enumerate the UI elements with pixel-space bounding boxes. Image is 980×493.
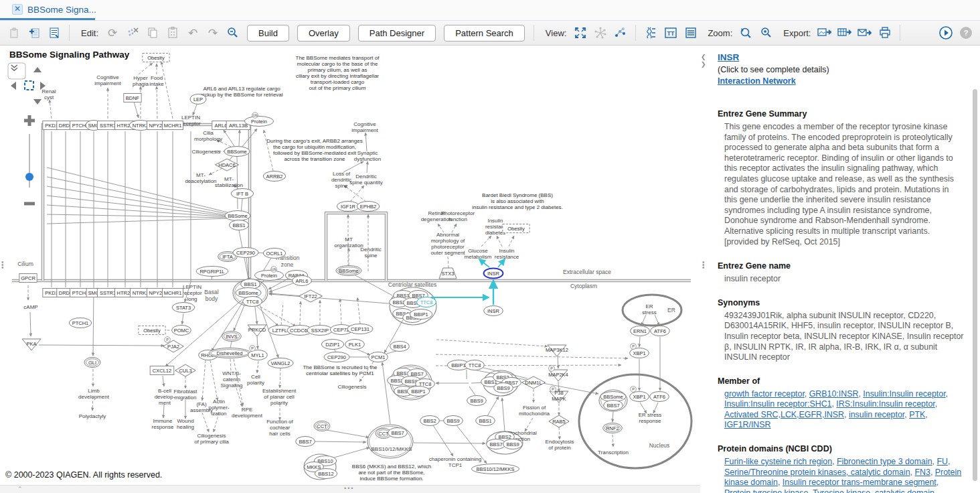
export-table-icon[interactable]	[836, 25, 853, 41]
delete-selection-icon[interactable]	[124, 25, 141, 41]
mchr1[interactable]: MCHR1	[163, 121, 183, 130]
badge-p[interactable]: P	[250, 346, 256, 352]
pathway-canvas[interactable]: CiliumExtracellular spaceCytoplasmCentri…	[0, 46, 700, 493]
pka[interactable]: PKA	[22, 339, 41, 350]
obesity[interactable]: Obesity	[139, 326, 165, 335]
link-fu[interactable]: FU	[937, 457, 949, 466]
gpcr[interactable]: GPCR	[19, 274, 37, 283]
panel-collapse-icon[interactable]: ❮❯	[701, 54, 706, 68]
gene-name-link[interactable]: INSR	[718, 52, 739, 62]
ttc8[interactable]: TTC8	[417, 297, 436, 307]
ift-b[interactable]: IFT B	[231, 189, 254, 199]
bbs12[interactable]: BBS12	[315, 469, 337, 479]
redo-icon[interactable]: ↷	[204, 25, 222, 41]
bbs10-12-mkks[interactable]: BBS10/12/MKKS	[471, 464, 519, 474]
cep290[interactable]: CEP290	[324, 352, 349, 362]
link-grb10-insr[interactable]: GRB10:INSR	[809, 389, 859, 399]
cep290[interactable]: CEP290	[233, 248, 258, 258]
report-list-icon[interactable]	[46, 25, 63, 41]
link-insulin-insulin-receptor[interactable]: Insulin:Insulin receptor	[863, 389, 945, 399]
dishevelled[interactable]: Dishevelled	[209, 348, 250, 358]
export-email-icon[interactable]	[856, 25, 874, 41]
fit-view-icon[interactable]	[572, 25, 589, 41]
link-fibronectin-type-3-domain[interactable]: Fibronectin type 3 domain	[837, 457, 932, 466]
bbs7[interactable]: BBS7	[296, 437, 315, 447]
tab-bbsome-pathway[interactable]: ✕ BBSome Signa...	[5, 3, 103, 16]
rpgrip1l[interactable]: RPGRIP1L	[196, 267, 228, 277]
arl6[interactable]: ARL6	[293, 276, 312, 286]
pan-down-button[interactable]	[33, 99, 42, 104]
xbp1[interactable]: XBP1	[630, 348, 649, 358]
horizontal-scrollbar[interactable]: ⌃ •••	[0, 485, 700, 493]
badge-p[interactable]: P	[631, 386, 637, 393]
bbsome[interactable]: BBSome	[336, 266, 361, 276]
zoom-in-button[interactable]	[24, 115, 35, 126]
paste-icon[interactable]	[164, 25, 181, 41]
link-serine-threonine-protein-kinases-catalytic-domain[interactable]: Serine/Threonine protein kinases, cataly…	[724, 468, 910, 477]
cct[interactable]: CCT	[314, 421, 330, 431]
link-igf1r-insr[interactable]: IGF1R/INSR	[724, 420, 771, 429]
bbs9[interactable]: BBS9	[467, 396, 487, 406]
link-furin-like-cysteine-rich-region[interactable]: Furin-like cysteine rich region	[724, 457, 832, 466]
prkcd[interactable]: PRKCD	[248, 325, 266, 336]
protein[interactable]: Protein	[245, 117, 274, 127]
cul3[interactable]: CUL3	[175, 364, 195, 376]
text-labels-icon[interactable]: TT	[662, 25, 679, 41]
dnm1l[interactable]: DNM1L	[522, 376, 546, 389]
refresh-icon[interactable]: ⟳	[104, 25, 121, 41]
badge-ub[interactable]: Ub	[252, 113, 258, 119]
rnf2[interactable]: RNF2	[603, 423, 623, 433]
cxcl12[interactable]: CXCL12	[150, 366, 174, 375]
zoom-out-icon[interactable]	[224, 25, 242, 41]
badge-p[interactable]: P	[165, 337, 171, 343]
pan-right-button[interactable]	[40, 82, 46, 90]
ptch1[interactable]: PTCH1	[69, 318, 92, 328]
map3k12[interactable]: MAP3K12	[546, 345, 568, 356]
bbs7[interactable]: BBS7	[487, 439, 506, 449]
lep[interactable]: LEP	[190, 94, 206, 104]
gli[interactable]: GLI	[84, 358, 100, 368]
undo-icon[interactable]: ↶	[184, 25, 201, 41]
bbs1[interactable]: BBS1	[230, 220, 249, 230]
insr[interactable]: INSR	[484, 269, 503, 279]
bbs9[interactable]: BBS9	[444, 416, 463, 426]
link-growth-factor-receptor[interactable]: growth factor receptor	[724, 389, 805, 399]
run-analysis-icon[interactable]	[937, 25, 955, 41]
plk1[interactable]: PLK1	[345, 340, 365, 350]
pathway-view-icon[interactable]	[612, 25, 629, 41]
xbp1[interactable]: XBP1	[630, 392, 649, 402]
export-image-icon[interactable]	[816, 25, 833, 41]
cep131[interactable]: CEP131	[347, 324, 373, 334]
ephb2[interactable]: EPHB2	[357, 202, 380, 212]
list-view-icon[interactable]	[682, 25, 700, 41]
atf6[interactable]: ATF6	[650, 392, 669, 402]
stat3[interactable]: STAT3	[172, 303, 195, 313]
bbip1[interactable]: BBIP1	[407, 386, 430, 397]
ocrl1[interactable]: OCRL1	[263, 249, 286, 259]
hdac6[interactable]: HDAC6	[216, 159, 239, 171]
interaction-network-link[interactable]: Interaction Network	[718, 76, 796, 86]
link-insulin-insulin-receptor-shc1[interactable]: Insulin:Insulin receptor:SHC1	[724, 399, 831, 409]
bbsome[interactable]: BBSome	[224, 147, 250, 157]
myl1[interactable]: MYL1	[248, 350, 268, 360]
fit-to-window-button[interactable]	[25, 81, 33, 90]
pathway-diagram[interactable]: CiliumExtracellular spaceCytoplasmCentri…	[0, 46, 700, 493]
arrb2[interactable]: ARRB2	[263, 171, 286, 182]
pcm1[interactable]: PCM1	[369, 352, 388, 362]
build-button[interactable]: Build	[247, 25, 289, 42]
network-layout-icon[interactable]	[592, 25, 609, 41]
obesity[interactable]: Obesity	[503, 224, 529, 233]
print-icon[interactable]	[876, 25, 894, 41]
legend-icon[interactable]	[642, 25, 659, 41]
pan-left-button[interactable]	[11, 82, 16, 90]
panel-scrollbar-thumb[interactable]	[973, 89, 977, 481]
copy-icon[interactable]	[144, 25, 161, 41]
overlay-button[interactable]: Overlay	[297, 25, 350, 42]
bbs7[interactable]: BBS7	[388, 428, 408, 438]
ttc8[interactable]: TTC8	[243, 297, 262, 307]
left-splitter-handle[interactable]: •••	[1, 261, 4, 269]
stx3[interactable]: STX3	[439, 268, 457, 279]
bbs1[interactable]: BBS1	[476, 416, 495, 426]
link-insulin-receptor-trans-membrane-segment[interactable]: Insulin receptor trans-membrane segment	[783, 478, 936, 487]
panel-splitter-handle[interactable]: •••	[702, 261, 705, 269]
